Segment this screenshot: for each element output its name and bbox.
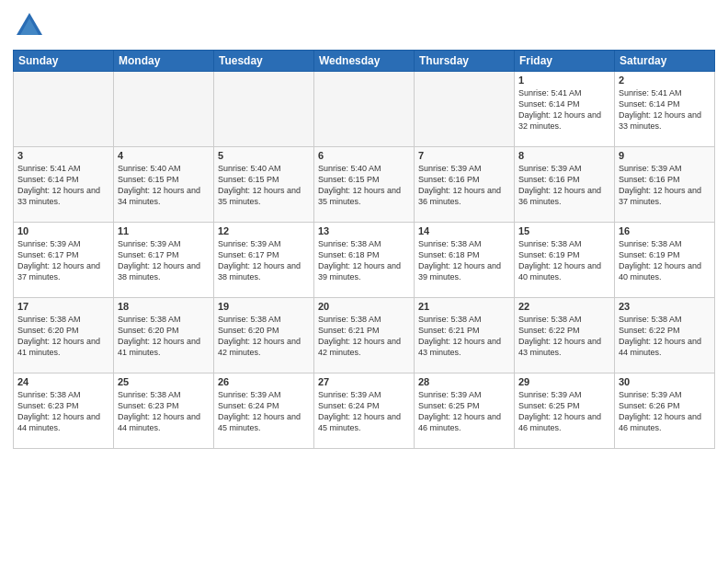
day-number: 9 bbox=[619, 150, 711, 161]
day-info: Sunrise: 5:39 AM Sunset: 6:16 PM Dayligh… bbox=[418, 163, 510, 208]
day-number: 4 bbox=[118, 150, 210, 161]
calendar-cell: 24Sunrise: 5:38 AM Sunset: 6:23 PM Dayli… bbox=[14, 373, 114, 449]
day-number: 17 bbox=[17, 301, 109, 312]
day-header-sunday: Sunday bbox=[14, 51, 114, 72]
day-number: 18 bbox=[118, 301, 210, 312]
day-header-monday: Monday bbox=[114, 51, 214, 72]
day-number: 7 bbox=[418, 150, 510, 161]
day-info: Sunrise: 5:39 AM Sunset: 6:25 PM Dayligh… bbox=[518, 389, 610, 434]
day-info: Sunrise: 5:38 AM Sunset: 6:19 PM Dayligh… bbox=[518, 238, 610, 283]
day-info: Sunrise: 5:38 AM Sunset: 6:21 PM Dayligh… bbox=[318, 314, 410, 359]
calendar-cell: 15Sunrise: 5:38 AM Sunset: 6:19 PM Dayli… bbox=[515, 223, 615, 298]
calendar-cell: 20Sunrise: 5:38 AM Sunset: 6:21 PM Dayli… bbox=[314, 298, 415, 373]
day-number: 23 bbox=[619, 301, 711, 312]
calendar-cell bbox=[114, 72, 214, 147]
day-number: 5 bbox=[218, 150, 310, 161]
day-info: Sunrise: 5:39 AM Sunset: 6:17 PM Dayligh… bbox=[17, 238, 109, 283]
day-number: 8 bbox=[518, 150, 610, 161]
day-number: 27 bbox=[318, 376, 410, 387]
day-info: Sunrise: 5:41 AM Sunset: 6:14 PM Dayligh… bbox=[518, 87, 610, 132]
calendar-cell: 2Sunrise: 5:41 AM Sunset: 6:14 PM Daylig… bbox=[615, 72, 715, 147]
day-number: 19 bbox=[218, 301, 310, 312]
day-header-wednesday: Wednesday bbox=[314, 51, 415, 72]
day-info: Sunrise: 5:38 AM Sunset: 6:19 PM Dayligh… bbox=[619, 238, 711, 283]
day-number: 15 bbox=[518, 225, 610, 236]
calendar-cell: 13Sunrise: 5:38 AM Sunset: 6:18 PM Dayli… bbox=[314, 223, 415, 298]
day-info: Sunrise: 5:41 AM Sunset: 6:14 PM Dayligh… bbox=[619, 87, 711, 132]
day-info: Sunrise: 5:38 AM Sunset: 6:22 PM Dayligh… bbox=[619, 314, 711, 359]
day-number: 22 bbox=[518, 301, 610, 312]
day-info: Sunrise: 5:38 AM Sunset: 6:18 PM Dayligh… bbox=[318, 238, 410, 283]
calendar-cell: 25Sunrise: 5:38 AM Sunset: 6:23 PM Dayli… bbox=[114, 373, 214, 449]
day-info: Sunrise: 5:39 AM Sunset: 6:17 PM Dayligh… bbox=[118, 238, 210, 283]
calendar-cell: 11Sunrise: 5:39 AM Sunset: 6:17 PM Dayli… bbox=[114, 223, 214, 298]
day-number: 29 bbox=[518, 376, 610, 387]
day-header-saturday: Saturday bbox=[615, 51, 715, 72]
day-number: 12 bbox=[218, 225, 310, 236]
day-info: Sunrise: 5:41 AM Sunset: 6:14 PM Dayligh… bbox=[17, 163, 109, 208]
day-header-tuesday: Tuesday bbox=[214, 51, 314, 72]
day-number: 25 bbox=[118, 376, 210, 387]
day-info: Sunrise: 5:39 AM Sunset: 6:16 PM Dayligh… bbox=[619, 163, 711, 208]
day-info: Sunrise: 5:39 AM Sunset: 6:16 PM Dayligh… bbox=[518, 163, 610, 208]
day-info: Sunrise: 5:40 AM Sunset: 6:15 PM Dayligh… bbox=[118, 163, 210, 208]
day-number: 10 bbox=[17, 225, 109, 236]
calendar-cell: 29Sunrise: 5:39 AM Sunset: 6:25 PM Dayli… bbox=[515, 373, 615, 449]
day-number: 20 bbox=[318, 301, 410, 312]
day-info: Sunrise: 5:38 AM Sunset: 6:23 PM Dayligh… bbox=[118, 389, 210, 434]
day-number: 13 bbox=[318, 225, 410, 236]
calendar-cell bbox=[314, 72, 415, 147]
day-info: Sunrise: 5:38 AM Sunset: 6:18 PM Dayligh… bbox=[418, 238, 510, 283]
logo-icon bbox=[13, 9, 46, 42]
page: SundayMondayTuesdayWednesdayThursdayFrid… bbox=[0, 0, 728, 563]
day-info: Sunrise: 5:39 AM Sunset: 6:17 PM Dayligh… bbox=[218, 238, 310, 283]
calendar-cell: 8Sunrise: 5:39 AM Sunset: 6:16 PM Daylig… bbox=[515, 147, 615, 223]
calendar-header-row: SundayMondayTuesdayWednesdayThursdayFrid… bbox=[14, 51, 715, 72]
day-number: 14 bbox=[418, 225, 510, 236]
day-info: Sunrise: 5:38 AM Sunset: 6:20 PM Dayligh… bbox=[118, 314, 210, 359]
day-number: 16 bbox=[619, 225, 711, 236]
day-number: 2 bbox=[619, 75, 711, 86]
calendar-cell: 6Sunrise: 5:40 AM Sunset: 6:15 PM Daylig… bbox=[314, 147, 415, 223]
calendar-week-row: 24Sunrise: 5:38 AM Sunset: 6:23 PM Dayli… bbox=[14, 373, 715, 449]
calendar-cell: 5Sunrise: 5:40 AM Sunset: 6:15 PM Daylig… bbox=[214, 147, 314, 223]
day-info: Sunrise: 5:38 AM Sunset: 6:20 PM Dayligh… bbox=[218, 314, 310, 359]
header bbox=[13, 9, 715, 42]
day-number: 21 bbox=[418, 301, 510, 312]
day-info: Sunrise: 5:39 AM Sunset: 6:26 PM Dayligh… bbox=[619, 389, 711, 434]
day-number: 3 bbox=[17, 150, 109, 161]
calendar-week-row: 3Sunrise: 5:41 AM Sunset: 6:14 PM Daylig… bbox=[14, 147, 715, 223]
day-header-thursday: Thursday bbox=[415, 51, 515, 72]
day-number: 26 bbox=[218, 376, 310, 387]
calendar-week-row: 10Sunrise: 5:39 AM Sunset: 6:17 PM Dayli… bbox=[14, 223, 715, 298]
day-info: Sunrise: 5:38 AM Sunset: 6:23 PM Dayligh… bbox=[17, 389, 109, 434]
day-info: Sunrise: 5:38 AM Sunset: 6:22 PM Dayligh… bbox=[518, 314, 610, 359]
calendar-cell: 22Sunrise: 5:38 AM Sunset: 6:22 PM Dayli… bbox=[515, 298, 615, 373]
calendar-cell: 10Sunrise: 5:39 AM Sunset: 6:17 PM Dayli… bbox=[14, 223, 114, 298]
day-info: Sunrise: 5:40 AM Sunset: 6:15 PM Dayligh… bbox=[218, 163, 310, 208]
calendar-cell: 1Sunrise: 5:41 AM Sunset: 6:14 PM Daylig… bbox=[515, 72, 615, 147]
logo bbox=[13, 9, 50, 42]
calendar-cell: 27Sunrise: 5:39 AM Sunset: 6:24 PM Dayli… bbox=[314, 373, 415, 449]
calendar-cell bbox=[14, 72, 114, 147]
day-info: Sunrise: 5:39 AM Sunset: 6:25 PM Dayligh… bbox=[418, 389, 510, 434]
calendar-cell: 3Sunrise: 5:41 AM Sunset: 6:14 PM Daylig… bbox=[14, 147, 114, 223]
day-number: 24 bbox=[17, 376, 109, 387]
day-info: Sunrise: 5:40 AM Sunset: 6:15 PM Dayligh… bbox=[318, 163, 410, 208]
day-number: 11 bbox=[118, 225, 210, 236]
calendar-cell: 7Sunrise: 5:39 AM Sunset: 6:16 PM Daylig… bbox=[415, 147, 515, 223]
calendar-cell: 19Sunrise: 5:38 AM Sunset: 6:20 PM Dayli… bbox=[214, 298, 314, 373]
calendar-cell: 16Sunrise: 5:38 AM Sunset: 6:19 PM Dayli… bbox=[615, 223, 715, 298]
calendar-cell: 28Sunrise: 5:39 AM Sunset: 6:25 PM Dayli… bbox=[415, 373, 515, 449]
calendar-cell: 12Sunrise: 5:39 AM Sunset: 6:17 PM Dayli… bbox=[214, 223, 314, 298]
calendar-cell: 9Sunrise: 5:39 AM Sunset: 6:16 PM Daylig… bbox=[615, 147, 715, 223]
day-number: 30 bbox=[619, 376, 711, 387]
day-info: Sunrise: 5:39 AM Sunset: 6:24 PM Dayligh… bbox=[218, 389, 310, 434]
calendar-week-row: 17Sunrise: 5:38 AM Sunset: 6:20 PM Dayli… bbox=[14, 298, 715, 373]
calendar-cell: 23Sunrise: 5:38 AM Sunset: 6:22 PM Dayli… bbox=[615, 298, 715, 373]
day-number: 6 bbox=[318, 150, 410, 161]
calendar-cell: 4Sunrise: 5:40 AM Sunset: 6:15 PM Daylig… bbox=[114, 147, 214, 223]
calendar-cell: 17Sunrise: 5:38 AM Sunset: 6:20 PM Dayli… bbox=[14, 298, 114, 373]
day-number: 28 bbox=[418, 376, 510, 387]
calendar-cell: 30Sunrise: 5:39 AM Sunset: 6:26 PM Dayli… bbox=[615, 373, 715, 449]
